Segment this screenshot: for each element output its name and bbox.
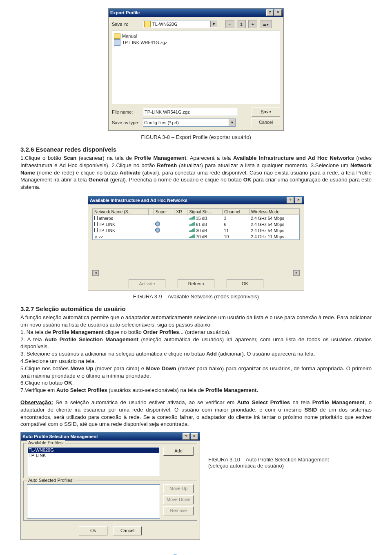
table-header[interactable]: Signal Str... [187,209,223,215]
list-item[interactable]: TP-LINK WR541G.zgz [114,39,278,46]
dialog-titlebar: Available Infrastructure and Ad Hoc Netw… [88,196,304,204]
table-row[interactable]: atheros 15 dB32.4 GHz 54 Mbps [93,215,300,222]
antenna-icon [94,228,98,232]
table-header[interactable]: Wireless Mode [249,209,299,215]
folder-icon [114,34,120,39]
dialog-title: Available Infrastructure and Ad Hoc Netw… [90,198,187,203]
section-327-steps: 1. Na tela de Profile Management clique … [20,329,372,394]
available-profiles-label: Available Profiles: [27,440,65,445]
table-header[interactable] [149,209,154,215]
file-name: TP-LINK WR541G.zgz [122,40,167,45]
list-item[interactable]: Manual [114,33,278,39]
table-header[interactable]: Channel [223,209,249,215]
export-profile-dialog: Export Profile ? × Save in: TL-WN620G ▼ … [108,8,284,131]
section-327-intro: A função seleção automática permite que … [20,314,372,329]
activate-button[interactable]: Activate [129,279,165,288]
back-icon[interactable]: ← [225,20,234,28]
cancel-button[interactable]: Cancel [113,526,142,535]
page-footer: PACIFIC NETWORK - 9 - [0,551,392,555]
available-profiles-group: Available Profiles: TL-WN620G TP-LINK Ad… [23,443,197,478]
filename-value: TP-LINK WR541G.zgz [145,110,190,114]
help-button[interactable]: ? [183,433,190,440]
scroll-left-icon[interactable]: ◂ [92,270,99,276]
super-icon [155,228,160,233]
file-name: Manual [122,34,137,38]
signal-icon [189,234,195,238]
auto-selected-profiles-group: Auto Selected Profiles: Move Up Move Dow… [23,481,197,521]
refresh-button[interactable]: Refresh [178,279,214,288]
close-button[interactable]: × [274,9,282,16]
wep-icon: ⊕ [94,235,98,239]
filename-input[interactable]: TP-LINK WR541G.zgz [143,108,238,116]
available-profiles-list[interactable]: TL-WN620G TP-LINK [27,447,160,476]
observation-note: Observação: Se a seleção automática de u… [20,399,372,428]
saveastype-label: Save as type: [112,120,140,125]
table-row[interactable]: TP-LINK 30 dB112.4 GHz 54 Mbps [93,227,300,233]
dialog-title: Auto Profile Selection Management [22,434,98,439]
table-header[interactable]: Network Name (S... [93,209,149,215]
auto-selected-profiles-label: Auto Selected Profiles: [27,478,75,483]
remove-button[interactable]: Remove [163,506,194,515]
add-button[interactable]: Add [163,447,194,456]
dialog-titlebar: Auto Profile Selection Management ? × [21,432,200,441]
antenna-icon [94,216,98,220]
figure-caption-310: FIGURA 3-10 – Auto Profile Selection Man… [208,432,372,469]
antenna-icon [94,222,98,226]
move-down-button[interactable]: Move Down [163,495,194,504]
new-folder-icon[interactable]: ✦ [248,20,257,28]
auto-selected-profiles-list[interactable] [27,484,160,519]
view-menu-icon[interactable]: ☰▾ [260,20,272,28]
folder-icon [144,21,151,27]
auto-profile-selection-dialog: Auto Profile Selection Management ? × Av… [20,432,200,540]
up-folder-icon[interactable]: ↥ [237,20,246,28]
move-up-button[interactable]: Move Up [163,484,194,493]
save-in-label: Save in: [112,22,140,27]
ok-button[interactable]: Ok [79,526,107,535]
section-326-text: 1.Clique o botão Scan (escanear) na tela… [20,154,372,191]
save-button[interactable]: Save [252,107,280,116]
heading-327: 3.2.7 Seleção automática de usuário [20,305,372,312]
chevron-down-icon[interactable]: ▼ [210,21,217,27]
save-in-value: TL-WN620G [151,22,210,27]
signal-icon [189,216,195,220]
table-header[interactable]: Super [154,209,174,215]
close-button[interactable]: × [191,433,198,440]
dialog-titlebar: Export Profile ? × [109,9,283,17]
available-networks-dialog: Available Infrastructure and Ad Hoc Netw… [88,196,304,291]
help-button[interactable]: ? [266,9,274,16]
chevron-down-icon[interactable]: ▼ [229,119,235,126]
figure-caption-39: FIGURA 3-9 – Available Networks (redes d… [20,293,372,300]
list-item[interactable]: TP-LINK [28,453,159,458]
close-button[interactable]: × [295,197,302,204]
table-row[interactable]: ⊕ zz 70 dB102.4 GHz 11 Mbps [93,233,300,240]
super-icon [155,222,160,226]
ok-button[interactable]: OK [227,279,263,288]
networks-table[interactable]: Network Name (S...SuperXRSignal Str...Ch… [92,208,300,240]
figure-caption-38: FIGURA 3-8 – Export Profile (exportar us… [20,134,372,140]
table-row[interactable]: TP-LINK 61 dB62.4 GHz 54 Mbps [93,221,300,227]
saveastype-value: Config files (*.prf) [143,120,229,125]
help-button[interactable]: ? [287,197,294,204]
dialog-title: Export Profile [110,10,140,15]
table-header[interactable]: XR [174,209,187,215]
file-list[interactable]: Manual TP-LINK WR541G.zgz [112,31,280,104]
list-item[interactable]: TL-WN620G [28,448,159,453]
config-file-icon [114,39,120,46]
horizontal-scrollbar[interactable]: ◂ ▸ [92,270,300,276]
filename-label: File name: [112,110,140,114]
scroll-right-icon[interactable]: ▸ [293,270,300,276]
save-in-combo[interactable]: TL-WN620G ▼ [143,20,217,28]
heading-326: 3.2.6 Escanear redes disponíveis [20,146,372,153]
signal-icon [189,222,195,226]
signal-icon [189,228,195,232]
cancel-button[interactable]: Cancel [252,118,280,127]
saveastype-combo[interactable]: Config files (*.prf) ▼ [143,119,236,127]
